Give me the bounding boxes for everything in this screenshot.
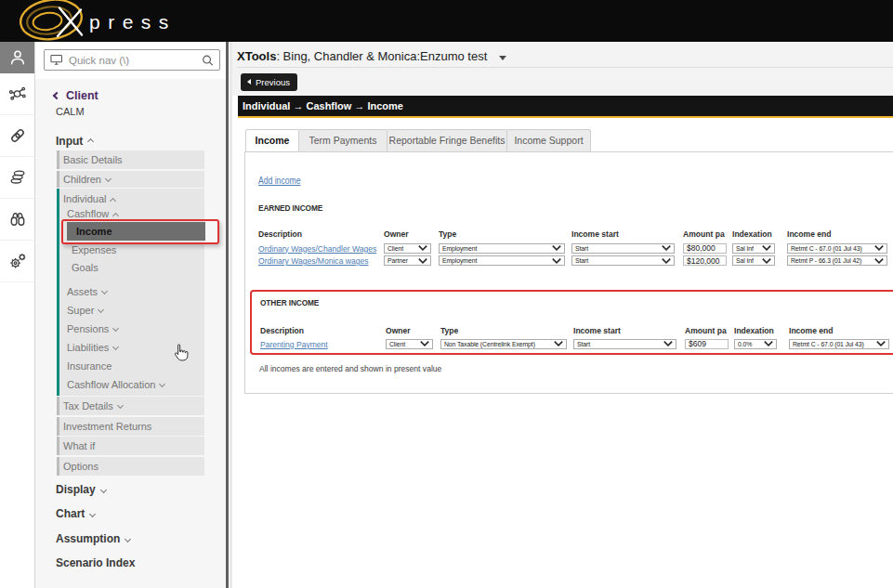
indexation-select[interactable]: Sal Inf [732,243,775,254]
section-scenario-index[interactable]: Scenario Index [56,558,226,568]
chevron-down-icon [159,380,165,386]
owner-select[interactable]: Client [386,339,433,349]
tab-label: Income [256,135,290,146]
item-label: Cashflow [67,208,109,219]
page-title[interactable]: XTools: Bing, Chandler & Monica:Enzumo t… [237,50,506,63]
col-indexation: Indexation [732,229,772,239]
monitor-icon [50,54,63,66]
chevron-down-icon [552,258,561,264]
type-select[interactable]: Employment [439,255,565,266]
previous-button[interactable]: Previous [241,73,297,91]
sidebar-item-children[interactable]: Children [59,171,204,188]
income-description-link[interactable]: Ordinary Wages/Chandler Wages [258,244,376,254]
panel-divider[interactable] [226,42,229,588]
select-value: Start [575,244,649,253]
income-start-select[interactable]: Start [573,339,676,349]
earned-income-title: EARNED INCOME [258,203,322,213]
section-assumption-label: Assumption [56,534,120,544]
section-input[interactable]: Input [56,137,226,147]
tab-income-support[interactable]: Income Support [506,129,591,152]
rail-item-network[interactable] [0,73,34,115]
earned-income-row: Ordinary Wages/Monica wages Partner Empl… [245,255,893,266]
col-income-end: Income end [787,229,832,239]
chevron-down-icon [554,341,563,346]
sidebar-item-what-if[interactable]: What if [59,437,204,455]
back-to-client[interactable]: Client [54,90,226,101]
tab-content: Income Term Payments Reportable Fringe B… [232,118,893,587]
chevron-down-icon [762,245,771,251]
amount-input[interactable] [683,243,727,254]
sidebar-item-tax-details[interactable]: Tax Details [59,397,204,415]
caret-down-icon [499,56,506,60]
sidebar-item-basic-details[interactable]: Basic Details [59,150,204,169]
title-client: : Bing, Chandler & Monica:Enzumo test [276,49,487,63]
select-value: Client [387,244,412,253]
sidebar-item-individual[interactable]: Individual [59,189,204,207]
sidebar-item-expenses[interactable]: Expenses [59,242,204,259]
income-start-select[interactable]: Start [571,255,675,266]
col-owner: Owner [386,326,411,335]
amount-input[interactable] [683,255,727,266]
section-display[interactable]: Display [56,485,226,495]
rail-item-links[interactable] [0,115,34,157]
sidebar-item-pensions[interactable]: Pensions [59,320,204,338]
tab-reportable-fringe-benefits[interactable]: Reportable Fringe Benefits [387,129,507,152]
other-income-title: OTHER INCOME [260,298,319,307]
income-start-select[interactable]: Start [571,243,675,254]
rail-item-settings[interactable] [0,241,34,282]
add-income-link[interactable]: Add income [258,176,300,186]
section-chart[interactable]: Chart [56,509,226,519]
col-amount-pa: Amount pa [685,326,727,335]
binoculars-icon [8,210,27,229]
item-label: Cashflow Allocation [67,379,155,390]
app-top-bar: press [0,0,893,42]
rail-item-client[interactable] [0,42,34,73]
sidebar-item-income[interactable]: Income [67,222,205,241]
sidebar-item-assets[interactable]: Assets [59,282,204,301]
sidebar-item-options[interactable]: Options [59,457,204,476]
income-description-link[interactable]: Parenting Payment [260,340,328,349]
indexation-select[interactable]: 0.0% [734,339,777,349]
owner-select[interactable]: Client [384,243,431,254]
chevron-down-icon [874,245,884,251]
quick-nav-input[interactable] [69,55,202,66]
col-income-start: Income start [571,229,619,239]
income-description-link[interactable]: Ordinary Wages/Monica wages [258,256,368,266]
col-income-end: Income end [789,326,834,335]
earned-income-header: Description Owner Type Income start Amou… [245,229,893,239]
section-assumption[interactable]: Assumption [56,534,226,544]
tab-label: Term Payments [309,135,377,146]
client-code: CALM [56,107,226,117]
select-value: Employment [442,256,536,265]
sidebar-item-super[interactable]: Super [59,301,204,320]
nav-group-tax-details: Tax Details [57,397,204,415]
item-label: Goals [72,262,98,273]
tab-income[interactable]: Income [245,129,299,152]
income-end-select[interactable]: Retmt P - 66.3 (01 Jul 42) [787,255,887,266]
quick-nav-searchbox[interactable] [44,49,220,71]
breadcrumb: Individual → Cashflow → Income [238,96,893,118]
income-end-select[interactable]: Retmt C - 67.0 (01 Jul 43) [787,243,887,254]
type-select[interactable]: Non Taxable (Centrelink Exempt) [440,339,567,349]
network-icon [8,85,27,103]
item-label: Liabilities [67,342,109,353]
rail-item-assets[interactable] [0,157,34,199]
sidebar-item-goals[interactable]: Goals [59,259,204,277]
sidebar-item-cashflow-allocation[interactable]: Cashflow Allocation [59,375,204,394]
owner-select[interactable]: Partner [384,255,431,266]
breadcrumb-text: Individual → Cashflow → Income [243,100,403,111]
indexation-select[interactable]: Sal Inf [732,255,775,266]
gears-icon [8,252,27,270]
income-end-select[interactable]: Retmt C - 67.0 (01 Jul 43) [789,339,889,349]
col-description: Description [260,326,304,335]
tab-term-payments[interactable]: Term Payments [298,129,387,152]
sidebar-item-investment-returns[interactable]: Investment Returns [59,417,204,436]
select-value: Sal Inf [736,244,756,253]
amount-input[interactable] [685,339,729,349]
rail-item-research[interactable] [0,199,34,241]
chevron-down-icon [662,258,671,264]
col-type: Type [440,326,458,335]
main-area: XTools: Bing, Chandler & Monica:Enzumo t… [232,42,893,588]
tab-label: Income Support [514,135,583,146]
type-select[interactable]: Employment [439,243,565,254]
